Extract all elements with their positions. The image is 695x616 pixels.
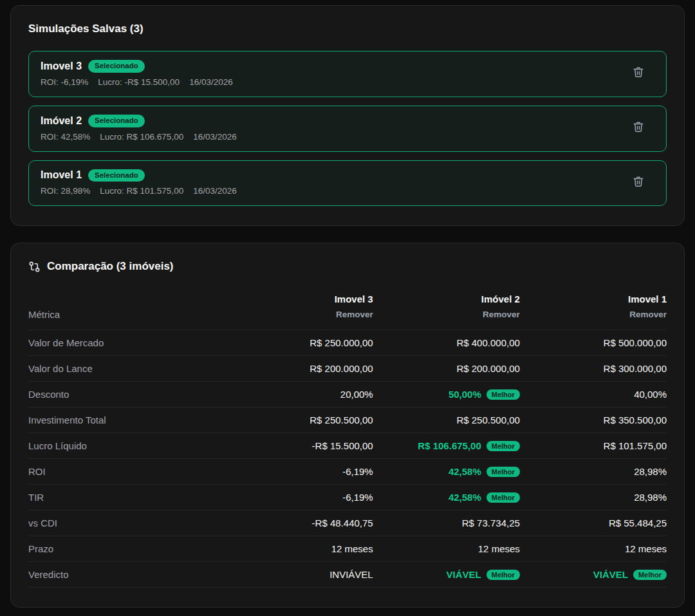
selected-badge: Selecionado	[88, 60, 145, 73]
delete-simulation-button[interactable]	[627, 62, 649, 84]
comparison-row: ROI -6,19% 42,58%Melhor 28,98%	[28, 459, 667, 485]
simulation-name: Imovel 3	[41, 61, 82, 72]
lucro-value: Lucro: R$ 106.675,00	[100, 132, 183, 142]
value-cell: 28,98%	[520, 485, 667, 510]
trash-icon	[633, 121, 644, 135]
compare-icon	[28, 261, 41, 273]
comparison-row: Veredicto INVIÁVEL VIÁVELMelhor VIÁVELMe…	[28, 562, 667, 588]
value-cell: 20,00%	[227, 382, 373, 407]
selected-badge: Selecionado	[88, 115, 145, 127]
metric-label: Prazo	[28, 536, 227, 562]
value-cell: R$ 55.484,25	[520, 510, 667, 536]
simulation-info: Imóvel 2 Selecionado ROI: 42,58% Lucro: …	[41, 115, 237, 142]
simulation-details: ROI: -6,19% Lucro: -R$ 15.500,00 16/03/2…	[41, 77, 233, 87]
value-cell: 12 meses	[373, 536, 520, 562]
comparison-row: Prazo 12 meses 12 meses 12 meses	[28, 536, 667, 562]
metric-label: Valor do Lance	[28, 356, 227, 382]
simulation-card-imovel-1[interactable]: Imovel 1 Selecionado ROI: 28,98% Lucro: …	[28, 160, 667, 207]
value-cell: R$ 101.575,00	[520, 433, 667, 459]
best-badge: Melhor	[486, 441, 520, 451]
best-badge: Melhor	[486, 492, 520, 503]
best-badge: Melhor	[486, 467, 520, 477]
comparison-row: Desconto 20,00% 50,00%Melhor 40,00%	[28, 382, 667, 407]
comparison-panel: Comparação (3 imóveis) Métrica Imovel 3 …	[10, 243, 685, 608]
value-cell: R$ 250.500,00	[227, 407, 373, 433]
best-badge: Melhor	[486, 389, 520, 400]
value-cell: R$ 300.000,00	[520, 356, 667, 382]
date-value: 16/03/2026	[189, 77, 233, 87]
value-cell: R$ 500.000,00	[520, 330, 667, 356]
value-cell: R$ 250.500,00	[373, 407, 520, 433]
value-cell: R$ 200.000,00	[227, 356, 373, 382]
selected-badge: Selecionado	[88, 169, 145, 182]
value-cell: 12 meses	[227, 536, 373, 562]
comparison-row: TIR -6,19% 42,58%Melhor 28,98%	[28, 485, 667, 510]
metric-label: Lucro Líquido	[28, 433, 227, 459]
column-name: Imóvel 2	[373, 294, 520, 304]
date-value: 16/03/2026	[193, 186, 237, 196]
metric-label: Valor de Mercado	[28, 330, 227, 356]
value-cell: INVIÁVEL	[227, 562, 373, 588]
simulation-details: ROI: 42,58% Lucro: R$ 106.675,00 16/03/2…	[41, 132, 237, 142]
column-header-imovel-3: Imovel 3 Remover	[227, 290, 373, 330]
comparison-table: Métrica Imovel 3 Remover Imóvel 2 Remove…	[28, 290, 667, 588]
best-value: VIÁVEL	[447, 569, 481, 580]
column-name: Imovel 1	[520, 294, 667, 304]
value-cell: 50,00%Melhor	[373, 382, 520, 407]
delete-simulation-button[interactable]	[627, 171, 649, 193]
simulation-name: Imóvel 2	[41, 115, 82, 127]
comparison-row: Investimento Total R$ 250.500,00 R$ 250.…	[28, 407, 667, 433]
comparison-header-row: Métrica Imovel 3 Remover Imóvel 2 Remove…	[28, 290, 667, 330]
column-name: Imovel 3	[227, 294, 373, 304]
value-cell: VIÁVELMelhor	[373, 562, 520, 588]
metric-label: vs CDI	[28, 510, 227, 536]
best-value: VIÁVEL	[593, 569, 628, 580]
simulation-card-imovel-2[interactable]: Imóvel 2 Selecionado ROI: 42,58% Lucro: …	[28, 106, 667, 152]
best-value: 42,58%	[449, 492, 481, 503]
date-value: 16/03/2026	[193, 132, 237, 142]
value-cell: -R$ 15.500,00	[227, 433, 373, 459]
simulation-name: Imovel 1	[41, 169, 82, 181]
remove-column-link[interactable]: Remover	[336, 310, 373, 319]
comparison-row: Lucro Líquido -R$ 15.500,00 R$ 106.675,0…	[28, 433, 667, 459]
metric-label: Veredicto	[28, 562, 227, 588]
value-cell: R$ 200.000,00	[373, 356, 520, 382]
roi-value: ROI: 28,98%	[41, 186, 90, 196]
column-header-imovel-2: Imóvel 2 Remover	[373, 290, 520, 330]
best-badge: Melhor	[486, 570, 520, 580]
value-cell: R$ 250.000,00	[227, 330, 373, 356]
value-cell: 40,00%	[520, 382, 667, 407]
simulation-card-imovel-3[interactable]: Imovel 3 Selecionado ROI: -6,19% Lucro: …	[28, 51, 667, 97]
value-cell: 12 meses	[520, 536, 667, 562]
value-cell: -R$ 48.440,75	[227, 510, 373, 536]
simulation-card-list: Imovel 3 Selecionado ROI: -6,19% Lucro: …	[28, 51, 667, 206]
value-cell: VIÁVELMelhor	[520, 562, 667, 588]
value-cell: 42,58%Melhor	[373, 459, 520, 485]
simulation-details: ROI: 28,98% Lucro: R$ 101.575,00 16/03/2…	[41, 186, 237, 196]
remove-column-link[interactable]: Remover	[629, 310, 667, 319]
best-value: 42,58%	[449, 466, 481, 477]
value-cell: -6,19%	[227, 459, 373, 485]
comparison-row: Valor de Mercado R$ 250.000,00 R$ 400.00…	[28, 330, 667, 356]
value-cell: -6,19%	[227, 485, 373, 510]
trash-icon	[633, 66, 644, 80]
page: Simulações Salvas (3) Imovel 3 Seleciona…	[0, 0, 695, 615]
best-value: 50,00%	[449, 389, 481, 400]
value-cell: R$ 73.734,25	[373, 510, 520, 536]
delete-simulation-button[interactable]	[627, 117, 649, 139]
lucro-value: Lucro: -R$ 15.500,00	[98, 77, 180, 87]
remove-column-link[interactable]: Remover	[483, 310, 520, 319]
metric-label: Desconto	[28, 382, 227, 407]
best-badge: Melhor	[633, 570, 667, 580]
metric-label: TIR	[28, 485, 227, 510]
metric-label: Investimento Total	[28, 407, 227, 433]
column-header-imovel-1: Imovel 1 Remover	[520, 290, 667, 330]
value-cell: 28,98%	[520, 459, 667, 485]
saved-simulations-panel: Simulações Salvas (3) Imovel 3 Seleciona…	[10, 5, 685, 226]
simulation-info: Imovel 1 Selecionado ROI: 28,98% Lucro: …	[41, 169, 237, 196]
roi-value: ROI: -6,19%	[41, 77, 88, 87]
trash-icon	[633, 176, 644, 189]
comparison-title: Comparação (3 imóveis)	[47, 260, 174, 273]
metric-column-header: Métrica	[28, 290, 227, 330]
value-cell: R$ 106.675,00Melhor	[373, 433, 520, 459]
